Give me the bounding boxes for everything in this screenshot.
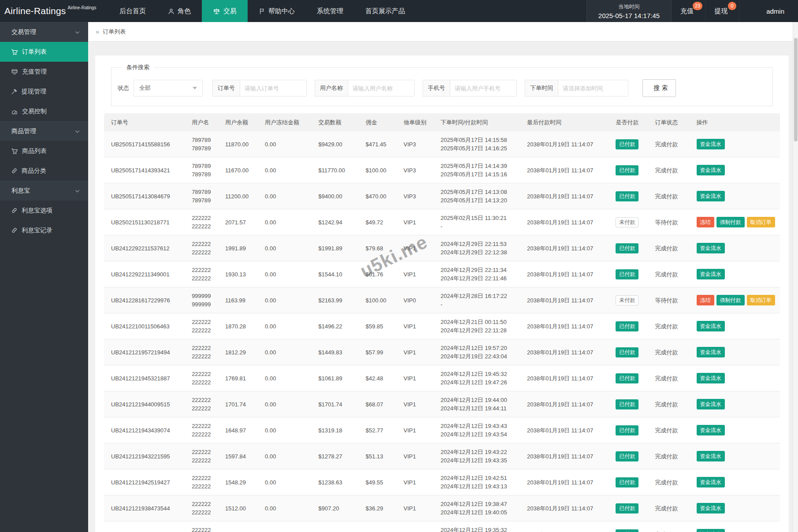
cell-paid: 已付款 xyxy=(609,131,648,157)
sidebar-item-2-0[interactable]: 利息宝选项 xyxy=(0,201,88,220)
cell-commission: $61.76 xyxy=(359,261,397,287)
username-line: 222222 xyxy=(192,266,216,274)
fund-flow-button[interactable]: 资金流水 xyxy=(697,139,725,149)
cell-paid: 已付款 xyxy=(609,235,648,261)
nav-item-5[interactable]: 首页展示产品 xyxy=(354,0,416,22)
fund-flow-button[interactable]: 资金流水 xyxy=(697,503,725,513)
phone-input[interactable] xyxy=(450,80,517,97)
cell-last-pay-time: 2038年01月19日 11:14:07 xyxy=(520,131,609,157)
cell-commission: $59.85 xyxy=(359,313,397,339)
cell-order-no: UB2505171413084679 xyxy=(104,183,185,209)
nav-item-0[interactable]: 后台首页 xyxy=(108,0,157,22)
fund-flow-button[interactable]: 资金流水 xyxy=(697,269,725,279)
refresh-button[interactable] xyxy=(739,0,755,22)
cell-amount: $1453.85 xyxy=(311,521,358,532)
cell-amount: $1544.10 xyxy=(311,261,358,287)
sidebar-item-2-1[interactable]: 利息宝记录 xyxy=(0,220,88,240)
cell-last-pay-time: 2038年01月19日 11:14:07 xyxy=(520,469,609,495)
recharge-button[interactable]: 充值 23 xyxy=(672,0,705,22)
cell-level: VIP1 xyxy=(397,391,434,417)
recharge-count-badge: 23 xyxy=(693,2,702,10)
cell-order-no: UB2412121944009515 xyxy=(104,391,185,417)
nav-item-1[interactable]: 角色 xyxy=(157,0,202,22)
username-line: 222222 xyxy=(192,378,216,387)
logo-text: Airline-Ratings xyxy=(4,6,66,16)
username-line: 222222 xyxy=(192,508,216,517)
fund-flow-button[interactable]: 资金流水 xyxy=(697,373,725,383)
cart-icon xyxy=(11,48,18,56)
nav-item-2[interactable]: 交易 xyxy=(202,0,248,22)
order-no-input[interactable] xyxy=(240,80,307,97)
cell-amount: $1278.27 xyxy=(311,443,358,469)
paid-status-badge: 已付款 xyxy=(616,503,638,513)
sidebar-item-0-3[interactable]: 交易控制 xyxy=(0,101,88,121)
cell-paid: 已付款 xyxy=(609,469,648,495)
table-row: UB24121219440095152222222222221701.740.0… xyxy=(104,391,780,417)
fund-flow-button[interactable]: 资金流水 xyxy=(697,347,725,357)
sidebar-item-0-2[interactable]: 提现管理 xyxy=(0,82,88,101)
username-line: 222222 xyxy=(192,448,216,456)
force-pay-button[interactable]: 强制付款 xyxy=(716,217,745,227)
sidebar-nav: 交易管理订单列表充值管理提现管理交易控制商品管理商品列表商品分类利息宝利息宝选项… xyxy=(0,22,88,532)
status-select[interactable]: 全部 xyxy=(134,80,203,97)
cell-actions: 资金流水 xyxy=(690,131,780,157)
scrollbar-thumb[interactable] xyxy=(794,38,798,141)
cell-level: VIP0 xyxy=(397,287,434,313)
pay-time: 2025年05月17日 14:15:16 xyxy=(441,170,518,179)
cell-frozen: 0.00 xyxy=(258,235,311,261)
freeze-button[interactable]: 冻结 xyxy=(697,217,714,227)
cell-username: 222222222222 xyxy=(185,261,218,287)
order-time: 2024年12月12日 19:42:51 xyxy=(441,474,518,482)
status-filter-label: 状态 xyxy=(118,84,129,92)
username-line: 222222 xyxy=(192,482,216,491)
search-button[interactable]: 搜 索 xyxy=(642,79,676,97)
cell-order-pay-time: 2024年12月12日 19:42:512024年12月12日 19:43:13 xyxy=(434,469,520,495)
gavel-icon xyxy=(11,88,18,95)
cell-frozen: 0.00 xyxy=(258,287,311,313)
cell-last-pay-time: 2038年01月19日 11:14:07 xyxy=(520,183,609,209)
fund-flow-button[interactable]: 资金流水 xyxy=(697,399,725,409)
fund-flow-button[interactable]: 资金流水 xyxy=(697,451,725,461)
cancel-order-button[interactable]: 取消订单 xyxy=(747,217,775,227)
sidebar-group-0[interactable]: 交易管理 xyxy=(0,22,88,42)
force-pay-button[interactable]: 强制付款 xyxy=(716,295,745,305)
sidebar-item-label: 订单列表 xyxy=(22,48,47,56)
logo-superscript: Airline-Ratings xyxy=(68,5,97,10)
sidebar-toggle-button[interactable] xyxy=(88,0,108,22)
admin-username: admin xyxy=(766,7,784,15)
sidebar-item-0-0[interactable]: 订单列表 xyxy=(0,42,88,62)
username-input[interactable] xyxy=(348,80,415,97)
fund-flow-button[interactable]: 资金流水 xyxy=(697,529,725,532)
order-time-input[interactable] xyxy=(558,80,628,97)
sidebar-item-0-1[interactable]: 充值管理 xyxy=(0,62,88,82)
sidebar-item-1-1[interactable]: 商品分类 xyxy=(0,161,88,181)
cell-order-status: 完成付款 xyxy=(648,313,689,339)
nav-item-label: 交易 xyxy=(223,7,237,15)
cancel-order-button[interactable]: 取消订单 xyxy=(747,295,775,305)
fund-flow-button[interactable]: 资金流水 xyxy=(697,425,725,435)
sidebar-group-1[interactable]: 商品管理 xyxy=(0,121,88,141)
cell-balance: 1597.84 xyxy=(218,443,258,469)
cell-order-pay-time: 2025年02月15日 11:30:21- xyxy=(434,209,520,235)
fund-flow-button[interactable]: 资金流水 xyxy=(697,165,725,175)
cell-level: VIP3 xyxy=(397,183,434,209)
pay-time: - xyxy=(441,222,518,231)
freeze-button[interactable]: 冻结 xyxy=(697,295,714,305)
cell-commission: $58.15 xyxy=(359,521,397,532)
gauge-icon xyxy=(11,108,18,115)
nav-item-4[interactable]: 系统管理 xyxy=(306,0,354,22)
cell-actions: 资金流水 xyxy=(690,521,780,532)
pay-time: 2024年12月12日 19:43:35 xyxy=(441,456,518,465)
content-area: 条件搜索 状态 全部 订单号 用户名称 xyxy=(88,41,798,532)
chevron-down-icon xyxy=(74,30,80,35)
nav-item-3[interactable]: 帮助中心 xyxy=(248,0,306,22)
sidebar-group-2[interactable]: 利息宝 xyxy=(0,181,88,201)
withdraw-button[interactable]: 提现 0 xyxy=(705,0,739,22)
fund-flow-button[interactable]: 资金流水 xyxy=(697,477,725,487)
fund-flow-button[interactable]: 资金流水 xyxy=(697,191,725,201)
withdraw-count-badge: 0 xyxy=(728,2,736,10)
fund-flow-button[interactable]: 资金流水 xyxy=(697,243,725,253)
fund-flow-button[interactable]: 资金流水 xyxy=(697,321,725,331)
admin-user-menu[interactable]: admin xyxy=(755,0,798,22)
sidebar-item-1-0[interactable]: 商品列表 xyxy=(0,141,88,161)
